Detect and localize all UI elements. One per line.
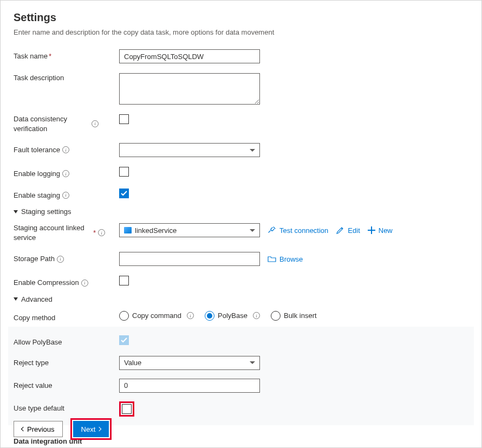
wizard-footer: Previous Next [14,418,468,440]
reject-value-input[interactable] [119,379,260,393]
page-title: Settings [14,11,468,24]
task-desc-input[interactable] [119,73,260,105]
polybase-radio[interactable]: PolyBase i [205,311,260,321]
check-icon [121,337,127,343]
info-icon[interactable]: i [62,192,69,199]
info-icon[interactable]: i [253,312,260,319]
plus-icon [368,226,375,234]
allow-polybase-checkbox[interactable] [119,335,129,345]
fault-tolerance-label: Fault tolerance i [14,143,119,155]
info-icon[interactable]: i [92,120,99,127]
advanced-toggle[interactable]: Advanced [14,295,468,303]
reject-value-label: Reject value [14,379,119,391]
chevron-right-icon [97,427,101,431]
enable-staging-label: Enable staging i [14,189,119,200]
polybase-sub-panel: Allow PolyBase Reject type Value Reject [8,327,474,425]
chevron-down-icon [250,229,255,232]
info-icon[interactable]: i [187,312,194,319]
storage-path-label: Storage Path i [14,252,119,264]
reject-type-select[interactable]: Value [119,356,260,370]
chevron-down-icon [250,361,255,364]
enable-compression-checkbox[interactable] [119,276,129,285]
plug-icon [268,226,276,235]
fault-tolerance-select[interactable] [119,143,260,157]
new-button[interactable]: New [368,226,393,235]
service-icon [124,227,132,233]
highlight-annotation [119,401,134,417]
info-icon[interactable]: i [57,256,64,263]
use-type-default-label: Use type default [14,401,119,413]
storage-path-input[interactable] [119,252,260,266]
settings-panel: Settings Enter name and description for … [0,0,482,448]
page-subtitle: Enter name and description for the copy … [14,28,468,36]
test-connection-button[interactable]: Test connection [268,226,328,235]
copy-method-label: Copy method [14,311,119,323]
reject-type-label: Reject type [14,356,119,368]
enable-logging-label: Enable logging i [14,167,119,179]
pencil-icon [336,226,344,235]
next-button[interactable]: Next [73,421,109,437]
staging-linked-select[interactable]: linkedService [119,223,260,237]
previous-button[interactable]: Previous [14,421,63,437]
enable-logging-checkbox[interactable] [119,167,129,177]
staging-linked-label: Staging account linked service * i [14,223,119,242]
task-desc-label: Task description [14,73,119,83]
browse-button[interactable]: Browse [268,255,303,263]
info-icon[interactable]: i [62,170,69,177]
enable-staging-checkbox[interactable] [119,189,129,198]
caret-down-icon [14,210,18,213]
edit-button[interactable]: Edit [336,226,360,235]
copy-command-radio[interactable]: Copy command i [119,311,194,321]
enable-compression-label: Enable Compression i [14,276,119,288]
highlight-annotation: Next [70,418,112,440]
chevron-down-icon [250,149,255,152]
check-icon [121,190,127,197]
allow-polybase-label: Allow PolyBase [14,335,119,347]
data-consistency-label: Data consistency verification i [14,114,119,133]
bulk-insert-radio[interactable]: Bulk insert [271,311,317,321]
chevron-left-icon [21,427,25,431]
folder-icon [268,255,276,263]
info-icon[interactable]: i [98,229,105,236]
staging-settings-toggle[interactable]: Staging settings [14,207,468,216]
task-name-input[interactable] [119,49,260,63]
data-consistency-checkbox[interactable] [119,114,129,124]
info-icon[interactable]: i [81,280,88,287]
info-icon[interactable]: i [62,146,69,153]
caret-down-icon [14,297,18,301]
use-type-default-checkbox[interactable] [122,404,132,414]
task-name-label: Task name* [14,49,119,61]
